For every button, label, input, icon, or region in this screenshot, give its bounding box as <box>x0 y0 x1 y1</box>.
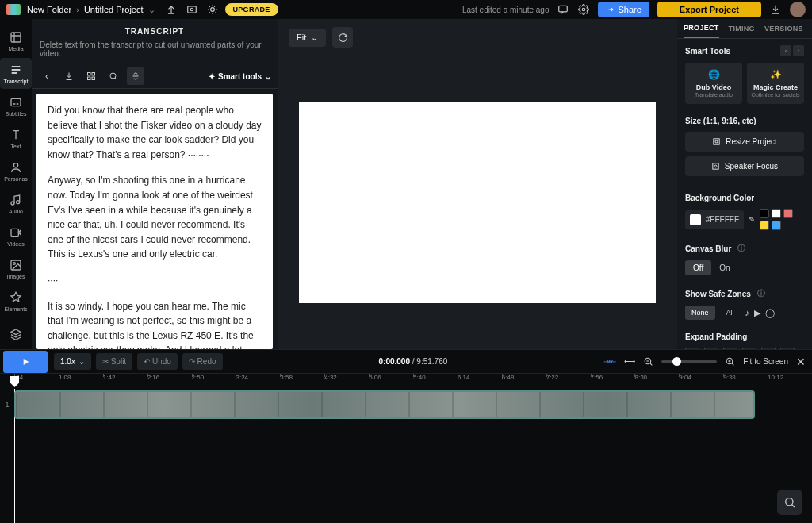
sidebar-item-transcript[interactable]: Transcript <box>0 58 32 89</box>
sidebar-item-text[interactable]: Text <box>0 123 32 154</box>
comment-icon[interactable] <box>557 3 569 16</box>
search-fab[interactable] <box>777 490 802 515</box>
youtube-icon[interactable]: ▶ <box>754 308 760 318</box>
sections-icon[interactable] <box>82 67 100 85</box>
transcript-body[interactable]: Did you know that there are real people … <box>36 94 273 349</box>
strikethrough-icon[interactable] <box>127 67 144 85</box>
ruler-tick[interactable]: 2:50 <box>192 374 236 387</box>
instagram-icon[interactable]: ◯ <box>765 308 775 318</box>
ruler-tick[interactable]: 7:56 <box>591 374 635 387</box>
share-button[interactable]: Share <box>598 2 649 17</box>
upload-icon[interactable] <box>165 3 178 16</box>
ruler-tick[interactable]: 9:38 <box>723 374 768 387</box>
ruler-tick[interactable]: 3:58 <box>280 374 324 387</box>
user-avatar[interactable] <box>790 2 806 17</box>
transcript-paragraph[interactable]: Anyway, so I'm shooting this one in a hu… <box>48 173 262 262</box>
ruler-tick[interactable]: 1:08 <box>59 374 103 387</box>
ruler-tick[interactable]: 7:22 <box>546 374 591 387</box>
info-icon[interactable]: ⓘ <box>737 243 745 254</box>
ruler-tick[interactable]: 10:12 <box>768 374 812 387</box>
chevron-down-icon[interactable]: ⌄ <box>148 5 155 15</box>
ruler-tick[interactable]: 9:04 <box>679 374 723 387</box>
breadcrumb[interactable]: New Folder › Untitled Project ⌄ <box>27 5 155 15</box>
settings-icon[interactable] <box>577 3 590 16</box>
blur-off-button[interactable]: Off <box>685 260 711 275</box>
play-button[interactable] <box>3 351 48 373</box>
eyedropper-icon[interactable]: ✎ <box>749 215 755 224</box>
record-icon[interactable] <box>186 3 198 16</box>
resize-button[interactable]: Resize Project <box>685 132 804 152</box>
swatch-red[interactable] <box>783 209 793 218</box>
tab-versions[interactable]: VERSIONS <box>764 20 803 37</box>
info-icon[interactable]: ⓘ <box>757 288 765 299</box>
video-clip[interactable] <box>14 390 755 419</box>
pad-full-icon[interactable] <box>780 348 795 349</box>
transcript-paragraph[interactable]: ···· <box>48 273 262 288</box>
ruler-tick[interactable]: 5:40 <box>413 374 458 387</box>
sidebar-item-videos[interactable]: Videos <box>0 221 32 252</box>
undo-button[interactable]: ↶ Undo <box>137 353 178 370</box>
breadcrumb-folder[interactable]: New Folder <box>27 5 71 14</box>
pad-right-icon[interactable] <box>742 348 756 349</box>
rotate-icon[interactable] <box>332 27 353 48</box>
swatch-black[interactable] <box>760 209 769 218</box>
bg-color-input[interactable]: #FFFFFF <box>685 210 744 229</box>
fit-to-screen-button[interactable]: Fit to Screen <box>743 357 788 366</box>
split-button[interactable]: ✂ Split <box>96 353 132 370</box>
ruler-tick[interactable]: 6:14 <box>458 374 502 387</box>
sidebar-item-elements[interactable]: Elements <box>0 286 32 317</box>
back-icon[interactable]: ‹ <box>38 67 56 85</box>
dub-video-card[interactable]: 🌐 Dub Video Translate audio <box>685 63 742 104</box>
snap-icon[interactable]: ⇥⇤ <box>603 357 616 366</box>
prev-tool-icon[interactable]: ‹ <box>780 45 791 56</box>
ruler-tick[interactable]: 6:48 <box>502 374 546 387</box>
sidebar-item-subtitles[interactable]: Subtitles <box>0 90 32 121</box>
tab-project[interactable]: PROJECT <box>684 19 719 38</box>
next-tool-icon[interactable]: › <box>793 45 804 56</box>
speaker-focus-button[interactable]: Speaker Focus <box>685 156 804 176</box>
blur-on-button[interactable]: On <box>711 260 737 275</box>
export-button[interactable]: Export Project <box>657 2 761 17</box>
ruler-tick[interactable]: :34 <box>14 374 59 387</box>
brand-kit-icon[interactable] <box>206 3 219 16</box>
timeline-ruler[interactable]: :341:081:422:162:503:243:584:325:065:406… <box>0 373 812 387</box>
swatch-white[interactable] <box>772 209 781 218</box>
swatch-blue[interactable] <box>772 221 781 230</box>
search-transcript-icon[interactable] <box>105 67 122 85</box>
app-logo[interactable] <box>6 4 21 15</box>
sidebar-item-images[interactable]: Images <box>0 253 32 284</box>
download-icon[interactable] <box>769 3 782 16</box>
pad-none-icon[interactable] <box>685 348 699 349</box>
smart-tools-dropdown[interactable]: ✦ Smart tools ⌄ <box>209 72 271 81</box>
upgrade-button[interactable]: UPGRADE <box>225 3 278 16</box>
swatch-yellow[interactable] <box>760 221 769 230</box>
breadcrumb-project[interactable]: Untitled Project <box>84 5 144 14</box>
sidebar-item-personas[interactable]: Personas <box>0 156 32 187</box>
ruler-tick[interactable]: 3:24 <box>236 374 280 387</box>
magic-create-card[interactable]: ✨ Magic Create Optimize for socials <box>747 63 804 104</box>
zoom-in-icon[interactable] <box>725 356 735 367</box>
timeline-tracks[interactable]: 1 <box>0 389 812 523</box>
video-canvas[interactable] <box>299 102 656 303</box>
zoom-out-icon[interactable] <box>643 356 653 367</box>
ruler-tick[interactable]: 1:42 <box>103 374 147 387</box>
pad-top-icon[interactable] <box>761 348 776 349</box>
playback-speed[interactable]: 1.0x ⌄ <box>54 353 91 370</box>
sidebar-item-audio[interactable]: Audio <box>0 188 32 219</box>
sidebar-item-more[interactable] <box>0 318 32 349</box>
ruler-tick[interactable]: 2:16 <box>147 374 192 387</box>
transcript-paragraph[interactable]: It is so windy. I hope you can hear me. … <box>48 299 262 349</box>
tab-timing[interactable]: TIMING <box>729 20 755 37</box>
transcript-paragraph[interactable]: Did you know that there are real people … <box>48 103 262 162</box>
download-transcript-icon[interactable] <box>60 67 78 85</box>
tiktok-icon[interactable]: ♪ <box>745 308 750 317</box>
zoom-slider[interactable] <box>661 360 717 363</box>
pad-center-icon[interactable] <box>723 348 737 349</box>
safe-all-button[interactable]: All <box>720 306 741 320</box>
fit-dropdown[interactable]: Fit ⌄ <box>289 29 326 47</box>
trim-icon[interactable]: ⟷ <box>624 357 635 366</box>
ruler-tick[interactable]: 8:30 <box>634 374 679 387</box>
close-timeline-icon[interactable]: ✕ <box>796 356 806 368</box>
ruler-tick[interactable]: 5:06 <box>369 374 413 387</box>
ruler-tick[interactable]: 4:32 <box>324 374 369 387</box>
